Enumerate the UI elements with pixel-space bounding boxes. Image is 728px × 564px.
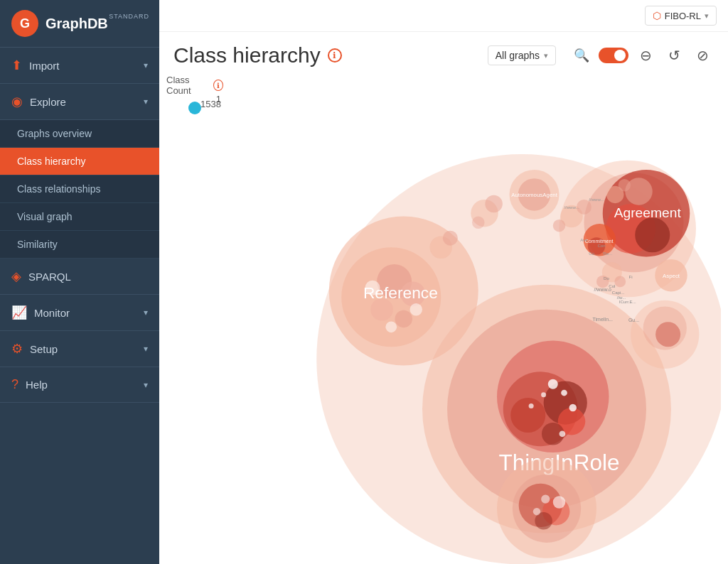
sidebar-item-help-label: Help <box>26 379 48 391</box>
svg-text:AutonomousAgent: AutonomousAgent <box>511 192 557 198</box>
monitor-icon: 📈 <box>11 305 27 320</box>
fibo-chevron-icon: ▾ <box>705 11 709 21</box>
app-name: GraphDB <box>46 16 108 32</box>
toggle-switch[interactable] <box>599 48 628 63</box>
sidebar-item-sparql-label: SPARQL <box>28 271 71 283</box>
explore-sub-items: Graphs overview Class hierarchy Class re… <box>0 120 159 259</box>
svg-point-14 <box>560 430 566 437</box>
app-edition: STANDARD <box>109 13 149 20</box>
sidebar-item-import-label: Import <box>29 60 60 72</box>
svg-text:Con: Con <box>597 243 605 248</box>
svg-text:Capi...: Capi... <box>612 290 625 295</box>
sidebar-item-setup-label: Setup <box>30 343 58 355</box>
explore-icon: ◉ <box>11 94 23 109</box>
svg-text:Re...: Re... <box>603 251 612 256</box>
svg-point-24 <box>385 321 397 332</box>
svg-text://www...: //www... <box>589 197 604 202</box>
bubble-chart[interactable]: ThingInRole Reference <box>223 67 721 564</box>
logo-area: G GraphDB STANDARD <box>0 0 159 48</box>
zoom-out-button[interactable]: ⊖ <box>634 44 657 67</box>
class-count-info-icon[interactable]: ℹ <box>213 80 223 91</box>
svg-point-12 <box>569 404 577 412</box>
all-graphs-label: All graphs <box>496 50 540 61</box>
svg-text:ICurr.E...: ICurr.E... <box>619 299 636 304</box>
sidebar-item-sparql[interactable]: ◈ SPARQL <box>0 259 159 295</box>
svg-text:Aspect: Aspect <box>663 273 680 279</box>
fibo-icon: ⬡ <box>653 10 661 21</box>
svg-text:Gu...: Gu... <box>628 318 639 322</box>
svg-point-48 <box>472 217 485 229</box>
sidebar-item-similarity[interactable]: Similarity <box>0 231 159 259</box>
refresh-button[interactable]: ↺ <box>663 44 685 67</box>
y-axis: Class Count ℹ 1538 1 <box>166 67 223 564</box>
svg-point-30 <box>635 217 670 252</box>
fibo-badge[interactable]: ⬡ FIBO-RL ▾ <box>645 6 717 26</box>
class-count-label: Class Count ℹ <box>166 75 223 96</box>
svg-point-53 <box>614 276 626 288</box>
app-logo: G <box>11 10 38 37</box>
svg-point-13 <box>529 403 534 408</box>
svg-text:Ave: Ave <box>580 237 588 242</box>
svg-point-61 <box>533 508 541 516</box>
reset-button[interactable]: ⊘ <box>691 44 714 67</box>
setup-icon: ⚙ <box>11 341 23 357</box>
svg-text://www...: //www... <box>564 205 579 210</box>
toolbar: All graphs ▾ 🔍 ⊖ ↺ ⊘ <box>488 44 714 67</box>
sidebar-item-explore[interactable]: ◉ Explore ▾ <box>0 84 159 120</box>
page-header: Class hierarchy ℹ All graphs ▾ 🔍 ⊖ ↺ ⊘ <box>159 32 728 67</box>
svg-point-45 <box>619 179 631 192</box>
sidebar-item-import[interactable]: ⬆ Import ▾ <box>0 48 159 84</box>
svg-point-64 <box>655 322 680 347</box>
sidebar-item-monitor[interactable]: 📈 Monitor ▾ <box>0 295 159 331</box>
svg-point-11 <box>541 392 546 397</box>
svg-point-60 <box>541 495 550 504</box>
help-icon: ? <box>11 377 18 392</box>
main-content: ⬡ FIBO-RL ▾ Class hierarchy ℹ All graphs… <box>159 0 728 564</box>
svg-point-59 <box>553 496 566 509</box>
svg-point-21 <box>395 310 413 328</box>
svg-point-47 <box>485 195 503 213</box>
sidebar-item-setup[interactable]: ⚙ Setup ▾ <box>0 331 159 367</box>
monitor-chevron-icon: ▾ <box>144 308 148 318</box>
svg-point-43 <box>553 219 566 232</box>
chart-wrapper: Class Count ℹ 1538 1 <box>159 67 728 564</box>
sidebar-item-graphs-overview[interactable]: Graphs overview <box>0 120 159 148</box>
import-chevron-icon: ▾ <box>144 60 148 70</box>
svg-text:Fi: Fi <box>629 274 633 279</box>
bubble-chart-svg: ThingInRole Reference <box>223 67 721 564</box>
sparql-icon: ◈ <box>11 269 21 284</box>
setup-chevron-icon: ▾ <box>144 344 148 354</box>
help-chevron-icon: ▾ <box>144 380 148 390</box>
all-graphs-chevron-icon: ▾ <box>544 51 548 60</box>
page-title: Class hierarchy <box>173 43 321 67</box>
fibo-label: FIBO-RL <box>665 11 701 21</box>
sidebar-item-monitor-label: Monitor <box>34 307 70 319</box>
svg-text:Agreement: Agreement <box>614 205 682 220</box>
svg-text:Do: Do <box>604 276 609 281</box>
slider-thumb[interactable] <box>188 102 201 114</box>
svg-point-10 <box>561 390 567 396</box>
import-icon: ⬆ <box>11 58 22 73</box>
sidebar-item-help[interactable]: ? Help ▾ <box>0 367 159 403</box>
explore-chevron-icon: ▾ <box>144 97 148 107</box>
sidebar-item-class-relationships[interactable]: Class relationships <box>0 175 159 203</box>
svg-point-6 <box>510 398 545 433</box>
svg-text:Col: Col <box>609 283 615 288</box>
axis-min-value: 1 <box>216 94 221 104</box>
sidebar-item-visual-graph[interactable]: Visual graph <box>0 203 159 231</box>
sidebar-item-explore-label: Explore <box>30 96 66 108</box>
svg-text:Co...: Co... <box>589 251 598 256</box>
sidebar: G GraphDB STANDARD ⬆ Import ▾ ◉ Explore … <box>0 0 159 564</box>
topbar: ⬡ FIBO-RL ▾ <box>159 0 728 32</box>
svg-text:TimelIn...: TimelIn... <box>592 317 613 322</box>
svg-text:Reference: Reference <box>363 283 438 302</box>
svg-point-9 <box>548 379 558 389</box>
svg-point-23 <box>410 303 423 316</box>
info-icon[interactable]: ℹ <box>328 48 342 63</box>
search-button[interactable]: 🔍 <box>570 44 593 67</box>
all-graphs-selector[interactable]: All graphs ▾ <box>488 45 556 65</box>
sidebar-item-class-hierarchy[interactable]: Class hierarchy <box>0 148 159 175</box>
svg-point-50 <box>443 231 458 246</box>
